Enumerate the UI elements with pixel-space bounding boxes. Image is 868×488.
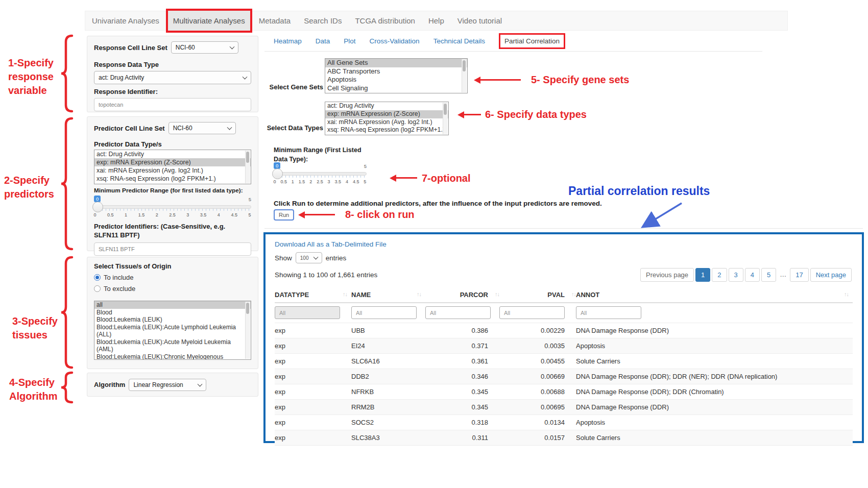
- column-filter-input[interactable]: [351, 306, 417, 319]
- predictor-panel: Predictor Cell Line Set NCI-60 Predictor…: [87, 116, 258, 251]
- nav-item[interactable]: Univariate Analyses: [85, 11, 166, 30]
- tab[interactable]: Data: [316, 37, 330, 45]
- listbox-option[interactable]: Cell Signaling: [325, 84, 467, 93]
- page-number-button[interactable]: 3: [729, 268, 743, 282]
- column-filter-input[interactable]: [499, 306, 565, 319]
- next-page-button[interactable]: Next page: [810, 268, 852, 282]
- listbox-option[interactable]: Blood:Leukemia (LEUK):Acute Myeloid Leuk…: [94, 338, 251, 353]
- slider-track[interactable]: [94, 205, 251, 209]
- listbox-option[interactable]: All Gene Sets: [325, 59, 467, 67]
- table-row[interactable]: exp SLC6A16 0.361 0.00455 Solute Carrier…: [275, 354, 853, 369]
- show-label: Show: [275, 254, 292, 262]
- listbox-option[interactable]: exp: mRNA Expression (Z-Score): [325, 110, 448, 118]
- sort-icon[interactable]: ↑↓: [417, 291, 421, 297]
- sort-icon[interactable]: ↑↓: [571, 291, 576, 297]
- download-link[interactable]: Download All as a Tab-Delimited File: [275, 240, 387, 248]
- column-filter-input[interactable]: [275, 306, 340, 319]
- cell-parcor: 0.371: [425, 338, 499, 354]
- algorithm-select[interactable]: Linear Regression: [129, 379, 206, 391]
- tab[interactable]: Partial Correlation: [499, 33, 565, 49]
- page-length-select[interactable]: 100: [296, 252, 322, 263]
- cell-pval: 0.00688: [499, 384, 576, 400]
- annotation-step5: 5- Specify gene sets: [531, 73, 629, 87]
- sort-icon[interactable]: ↑↓: [343, 291, 347, 297]
- listbox-option[interactable]: xsq: RNA-seq Expression (log2 FPKM+1.): [325, 126, 448, 134]
- column-header[interactable]: ANNOT↑↓: [576, 287, 853, 303]
- tissue-listbox[interactable]: all Blood Blood:Leukemia (LEUK) Blood:Le…: [94, 301, 251, 360]
- predictor-data-types-listbox[interactable]: act: Drug Activity exp: mRNA Expression …: [94, 150, 251, 184]
- listbox-option[interactable]: xai: mRNA Expression (Avg. log2 Int.): [325, 118, 448, 127]
- table-row[interactable]: exp SLC38A3 0.311 0.0157 Solute Carriers: [275, 430, 853, 446]
- min-predictor-range-slider[interactable]: 0 5 00.511.522.533.544.55: [94, 196, 251, 218]
- listbox-option[interactable]: xai: mRNA Expression (Avg. log2 Int.): [94, 166, 251, 175]
- sort-icon[interactable]: ↑↓: [844, 291, 849, 297]
- scrollbar[interactable]: [443, 103, 448, 134]
- listbox-option[interactable]: Blood:Leukemia (LEUK): [94, 316, 251, 324]
- slider-handle[interactable]: [92, 202, 103, 212]
- entries-label: entries: [326, 254, 347, 262]
- nav-item[interactable]: Multivariate Analyses: [166, 9, 252, 33]
- nav-item[interactable]: Help: [422, 11, 451, 30]
- tab[interactable]: Plot: [344, 37, 355, 45]
- previous-page-button[interactable]: Previous page: [640, 268, 694, 282]
- scrollbar[interactable]: [245, 302, 250, 359]
- tab[interactable]: Technical Details: [433, 37, 485, 45]
- cell-datatype: exp: [275, 354, 351, 369]
- table-row[interactable]: exp EI24 0.371 0.0035 Apoptosis: [275, 338, 853, 354]
- listbox-option[interactable]: all: [94, 301, 251, 309]
- cell-pval: 0.00695: [499, 400, 576, 415]
- response-data-type-select[interactable]: act: Drug Activity: [94, 71, 251, 84]
- predictor-cell-line-select[interactable]: NCI-60: [168, 122, 236, 134]
- table-filter-row: [275, 303, 853, 323]
- column-filter-input[interactable]: [576, 306, 641, 319]
- nav-item[interactable]: Metadata: [252, 11, 298, 30]
- column-filter-input[interactable]: [425, 306, 491, 319]
- data-types-listbox[interactable]: act: Drug Activity exp: mRNA Expression …: [325, 102, 449, 135]
- page-number-button[interactable]: …: [778, 268, 788, 282]
- arrow-left-icon: [301, 214, 335, 215]
- slider-handle[interactable]: [272, 168, 283, 179]
- slider-track[interactable]: [274, 172, 367, 176]
- page-number-button[interactable]: 1: [695, 268, 710, 282]
- table-row[interactable]: exp SOCS2 0.318 0.0134 Apoptosis: [275, 415, 853, 430]
- table-row[interactable]: exp DDB2 0.346 0.00669 DNA Damage Respon…: [275, 369, 853, 384]
- listbox-option[interactable]: act: Drug Activity: [325, 102, 448, 110]
- listbox-option[interactable]: Blood: [94, 309, 251, 316]
- annotation-step6: 6- Specify data types: [485, 108, 587, 121]
- min-range-slider[interactable]: 0 5 00.511.522.533.544.55: [274, 162, 367, 185]
- tissue-include-radio[interactable]: To include: [94, 274, 251, 281]
- cell-datatype: exp: [275, 323, 351, 338]
- table-row[interactable]: exp RRM2B 0.345 0.00695 DNA Damage Respo…: [275, 400, 853, 415]
- page-number-button[interactable]: 4: [745, 268, 760, 282]
- listbox-option[interactable]: Apoptosis: [325, 76, 467, 84]
- gene-sets-listbox[interactable]: All Gene Sets ABC Transporters Apoptosis…: [325, 58, 468, 93]
- listbox-option[interactable]: act: Drug Activity: [94, 150, 251, 158]
- tab[interactable]: Cross-Validation: [370, 37, 420, 45]
- nav-item[interactable]: Search IDs: [297, 11, 348, 30]
- listbox-option[interactable]: Blood:Leukemia (LEUK):Acute Lymphoid Leu…: [94, 324, 251, 338]
- table-row[interactable]: exp NFRKB 0.345 0.00688 DNA Damage Respo…: [275, 384, 853, 400]
- tissue-exclude-radio[interactable]: To exclude: [94, 285, 251, 292]
- listbox-option[interactable]: ABC Transporters: [325, 67, 467, 76]
- sort-icon[interactable]: ↑↓: [495, 291, 499, 297]
- listbox-option[interactable]: xsq: RNA-seq Expression (log2 FPKM+1.): [94, 175, 251, 183]
- scrollbar[interactable]: [245, 151, 250, 183]
- nav-item[interactable]: TCGA distribution: [348, 11, 422, 30]
- column-header[interactable]: NAME↑↓: [351, 287, 425, 303]
- page-number-button[interactable]: 5: [761, 268, 776, 282]
- page-number-button[interactable]: 2: [712, 268, 727, 282]
- run-button[interactable]: Run: [274, 209, 294, 221]
- table-row[interactable]: exp UBB 0.386 0.00229 DNA Damage Respons…: [275, 323, 853, 338]
- tab[interactable]: Heatmap: [274, 37, 302, 45]
- response-identifier-input[interactable]: [94, 98, 251, 111]
- nav-item[interactable]: Video tutorial: [451, 11, 509, 30]
- response-cell-line-select[interactable]: NCI-60: [171, 41, 238, 54]
- listbox-option[interactable]: exp: mRNA Expression (Z-Score): [94, 158, 251, 166]
- page-number-button[interactable]: 17: [790, 268, 808, 282]
- column-header[interactable]: DATATYPE↑↓: [275, 287, 351, 303]
- predictor-identifiers-input[interactable]: [94, 242, 251, 256]
- column-header[interactable]: PVAL↑↓: [499, 287, 576, 303]
- scrollbar[interactable]: [462, 59, 467, 92]
- listbox-option[interactable]: Blood:Leukemia (LEUK):Chronic Myelogenou…: [94, 353, 251, 360]
- column-header[interactable]: PARCOR↑↓: [425, 287, 499, 303]
